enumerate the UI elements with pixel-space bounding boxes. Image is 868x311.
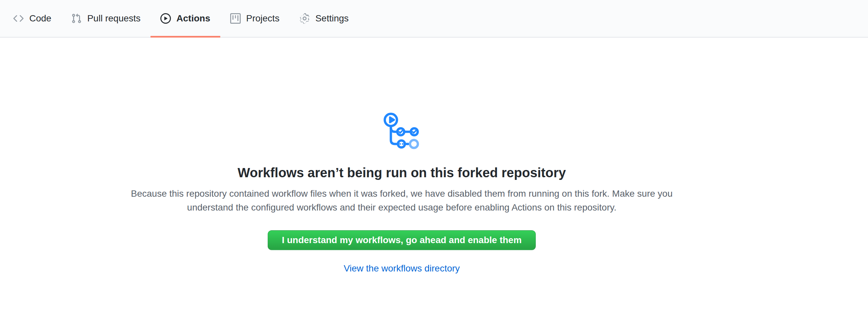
tab-projects[interactable]: Projects [220,0,289,37]
tab-pull-requests[interactable]: Pull requests [61,0,151,37]
view-workflows-directory-link[interactable]: View the workflows directory [344,263,460,274]
gear-icon [299,13,310,24]
tab-settings[interactable]: Settings [289,0,359,37]
enable-button-row: I understand my workflows, go ahead and … [0,215,803,250]
tab-settings-label: Settings [315,14,349,23]
git-pull-request-icon [71,13,82,24]
code-icon [13,13,24,24]
tab-projects-label: Projects [246,14,280,23]
tab-actions-label: Actions [177,14,210,23]
project-icon [230,13,241,24]
workflows-disabled-blankslate: Workflows aren’t being run on this forke… [0,111,803,274]
blankslate-description: Because this repository contained workfl… [122,187,682,215]
blankslate-title: Workflows aren’t being run on this forke… [0,164,803,181]
enable-workflows-button[interactable]: I understand my workflows, go ahead and … [268,230,536,250]
play-icon [160,13,171,24]
active-tab-underline [151,36,220,37]
tab-pull-requests-label: Pull requests [87,14,141,23]
tab-code-label: Code [29,14,51,23]
tab-code[interactable]: Code [3,0,61,37]
tab-actions[interactable]: Actions [151,0,220,37]
workflow-graph-icon [382,111,422,151]
repo-tab-bar: Code Pull requests Actions Projects Sett… [0,0,868,37]
actions-main: Workflows aren’t being run on this forke… [0,111,868,274]
workflows-link-row: View the workflows directory [0,263,803,274]
